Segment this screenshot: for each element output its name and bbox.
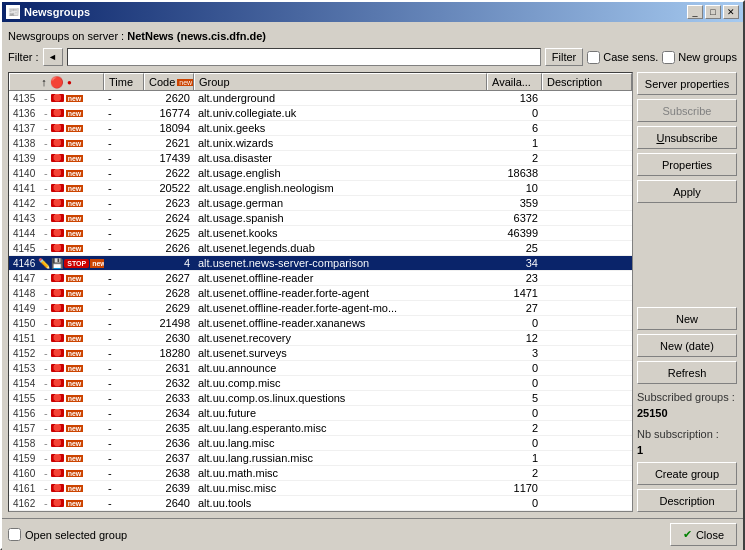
stop-badge: 🛑 <box>51 94 64 102</box>
stop-badge: 🛑 <box>51 154 64 162</box>
cell-avail: 2 <box>487 151 542 165</box>
new-badge-row: new <box>66 335 84 342</box>
close-button[interactable]: ✔ Close <box>670 523 737 546</box>
stop-badge: 🛑 <box>51 184 64 192</box>
table-row[interactable]: 4153 - 🛑 new -2631alt.uu.announce0 <box>9 361 632 376</box>
cell-desc <box>542 256 632 270</box>
minimize-button[interactable]: _ <box>687 5 703 19</box>
row-number: 4153 <box>13 363 43 374</box>
cell-time: - <box>104 331 144 345</box>
properties-button[interactable]: Properties <box>637 153 737 176</box>
table-row[interactable]: 4135 - 🛑 new -2620alt.underground136 <box>9 91 632 106</box>
table-row[interactable]: 4138 - 🛑 new -2621alt.unix.wizards1 <box>9 136 632 151</box>
cell-avail: 136 <box>487 91 542 105</box>
close-window-button[interactable]: ✕ <box>723 5 739 19</box>
table-body[interactable]: 4135 - 🛑 new -2620alt.underground136 413… <box>9 91 632 511</box>
table-row[interactable]: 4145 - 🛑 new -2626alt.usenet.legends.dua… <box>9 241 632 256</box>
table-row[interactable]: 4156 - 🛑 new -2634alt.uu.future0 <box>9 406 632 421</box>
new-badge-row: new <box>66 425 84 432</box>
filter-button[interactable]: Filter <box>545 48 583 66</box>
table-row[interactable]: 4144 - 🛑 new -2625alt.usenet.kooks46399 <box>9 226 632 241</box>
cell-time: - <box>104 346 144 360</box>
header-time[interactable]: Time <box>104 73 144 90</box>
subscribe-button[interactable]: Subscribe <box>637 99 737 122</box>
table-row[interactable]: 4148 - 🛑 new -2628alt.usenet.offline-rea… <box>9 286 632 301</box>
filter-input[interactable] <box>67 48 541 66</box>
table-row[interactable]: 4154 - 🛑 new -2632alt.uu.comp.misc0 <box>9 376 632 391</box>
table-row[interactable]: 4146 ✏️ 💾 STOP new 4alt.usenet.news-serv… <box>9 256 632 271</box>
dash: - <box>44 407 48 419</box>
row-number: 4147 <box>13 273 43 284</box>
table-row[interactable]: 4159 - 🛑 new -2637alt.uu.lang.russian.mi… <box>9 451 632 466</box>
cell-group: alt.usage.german <box>194 196 487 210</box>
cell-desc <box>542 241 632 255</box>
header-icons[interactable]: ↑ 🔴 ● <box>9 73 104 90</box>
table-row[interactable]: 4143 - 🛑 new -2624alt.usage.spanish6372 <box>9 211 632 226</box>
filter-prev-button[interactable]: ◄ <box>43 48 63 66</box>
stop-badge: 🛑 <box>51 364 64 372</box>
dash: - <box>44 212 48 224</box>
table-row[interactable]: 4137 - 🛑 new -18094alt.unix.geeks6 <box>9 121 632 136</box>
table-row[interactable]: 4155 - 🛑 new -2633alt.uu.comp.os.linux.q… <box>9 391 632 406</box>
cell-code: 18280 <box>144 346 194 360</box>
new-badge-row: new <box>66 350 84 357</box>
stop-badge: 🛑 <box>51 244 64 252</box>
server-row: Newsgroups on server : NetNews (news.cis… <box>8 28 737 44</box>
table-row[interactable]: 4151 - 🛑 new -2630alt.usenet.recovery12 <box>9 331 632 346</box>
stop-badge: 🛑 <box>51 319 64 327</box>
table-row[interactable]: 4162 - 🛑 new -2640alt.uu.tools0 <box>9 496 632 511</box>
table-row[interactable]: 4158 - 🛑 new -2636alt.uu.lang.misc0 <box>9 436 632 451</box>
nb-sub-value: 1 <box>637 443 737 458</box>
table-row[interactable]: 4157 - 🛑 new -2635alt.uu.lang.esperanto.… <box>9 421 632 436</box>
stop-badge: 🛑 <box>51 424 64 432</box>
unsubscribe-button[interactable]: Unsubscribe <box>637 126 737 149</box>
table-row[interactable]: 4152 - 🛑 new -18280alt.usenet.surveys3 <box>9 346 632 361</box>
case-sens-checkbox[interactable] <box>587 51 600 64</box>
server-properties-button[interactable]: Server properties <box>637 72 737 95</box>
new-badge-row: new <box>66 155 84 162</box>
cell-avail: 0 <box>487 316 542 330</box>
table-row[interactable]: 4142 - 🛑 new -2623alt.usage.german359 <box>9 196 632 211</box>
new-badge-row: new <box>66 170 84 177</box>
dash: - <box>44 377 48 389</box>
table-row[interactable]: 4136 - 🛑 new -16774alt.univ.collegiate.u… <box>9 106 632 121</box>
new-button[interactable]: New <box>637 307 737 330</box>
table-row[interactable]: 4150 - 🛑 new -21498alt.usenet.offline-re… <box>9 316 632 331</box>
header-avail[interactable]: Availa... <box>487 73 542 90</box>
dash: - <box>44 92 48 104</box>
description-button[interactable]: Description <box>637 489 737 512</box>
new-groups-checkbox[interactable] <box>662 51 675 64</box>
cell-desc <box>542 421 632 435</box>
dash: - <box>44 227 48 239</box>
table-row[interactable]: 4161 - 🛑 new -2639alt.uu.misc.misc1170 <box>9 481 632 496</box>
cell-group: alt.usenet.legends.duab <box>194 241 487 255</box>
cell-group: alt.usenet.offline-reader <box>194 271 487 285</box>
case-sens-label[interactable]: Case sens. <box>587 51 658 64</box>
newsgroups-window: 📰 Newsgroups _ □ ✕ Newsgroups on server … <box>0 0 745 550</box>
new-date-button[interactable]: New (date) <box>637 334 737 357</box>
apply-button[interactable]: Apply <box>637 180 737 203</box>
table-row[interactable]: 4140 - 🛑 new -2622alt.usage.english18638 <box>9 166 632 181</box>
table-row[interactable]: 4139 - 🛑 new -17439alt.usa.disaster2 <box>9 151 632 166</box>
table-row[interactable]: 4147 - 🛑 new -2627alt.usenet.offline-rea… <box>9 271 632 286</box>
maximize-button[interactable]: □ <box>705 5 721 19</box>
new-groups-label[interactable]: New groups <box>662 51 737 64</box>
cell-group: alt.usenet.offline-reader.xananews <box>194 316 487 330</box>
cell-time: - <box>104 301 144 315</box>
cell-desc <box>542 451 632 465</box>
refresh-button[interactable]: Refresh <box>637 361 737 384</box>
header-code[interactable]: Code new <box>144 73 194 90</box>
table-row[interactable]: 4149 - 🛑 new -2629alt.usenet.offline-rea… <box>9 301 632 316</box>
create-group-button[interactable]: Create group <box>637 462 737 485</box>
header-desc[interactable]: Description <box>542 73 632 90</box>
row-number: 4159 <box>13 453 43 464</box>
open-selected-checkbox[interactable] <box>8 528 21 541</box>
cell-code: 2639 <box>144 481 194 495</box>
stop-badge: 🛑 <box>51 199 64 207</box>
dash: - <box>44 452 48 464</box>
cell-time: - <box>104 151 144 165</box>
table-row[interactable]: 4141 - 🛑 new -20522alt.usage.english.neo… <box>9 181 632 196</box>
header-group[interactable]: Group <box>194 73 487 90</box>
cell-desc <box>542 346 632 360</box>
table-row[interactable]: 4160 - 🛑 new -2638alt.uu.math.misc2 <box>9 466 632 481</box>
